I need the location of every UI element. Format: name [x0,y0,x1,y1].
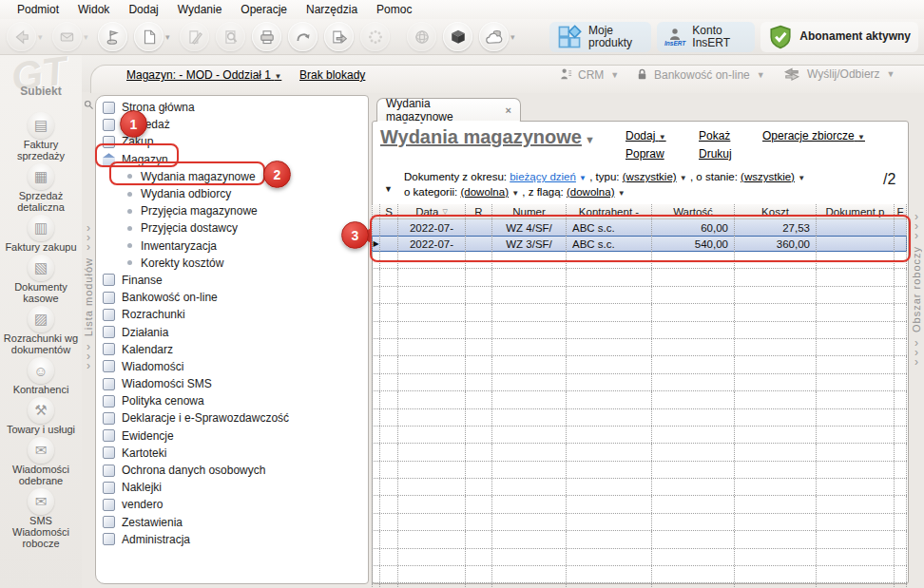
menu-dodaj[interactable]: Dodaj [119,1,167,18]
pokaz-link[interactable]: Pokaż [699,129,730,142]
empty-cell [735,531,817,547]
tab-wydania-magazynowe[interactable]: Wydania magazynowe × [376,98,521,122]
tree-item-kartoteki[interactable]: Kartoteki [96,445,368,462]
tab-close-icon[interactable]: × [506,104,511,116]
sidebar-item-towary-i-usługi[interactable]: ⚒Towary i usługi [1,397,82,435]
menu-pomoc[interactable]: Pomoc [367,1,421,18]
tree-item-kalendarz[interactable]: Kalendarz [96,341,368,358]
moje-produkty-button[interactable]: Moje produkty [549,22,651,52]
tree-item-korekty-kosztów[interactable]: Korekty kosztów [96,255,368,272]
operacje-zbiorcze-link[interactable]: Operacje zbiorcze ▼ [762,129,865,142]
popraw-link[interactable]: Popraw [626,147,664,161]
new-document-button[interactable] [134,22,164,51]
tree-item-wydania-magazynowe[interactable]: Wydania magazynowe [96,168,368,185]
table-row[interactable]: ▶2022-07-WZ 3/SF/ABC s.c.540,00360,00 [372,236,907,252]
tree-item-strona-główna[interactable]: Strona główna [96,99,368,116]
filter-typ-value[interactable]: (wszystkie) [623,171,677,182]
tree-item-magazyn[interactable]: Magazyn [96,151,368,168]
empty-cell [895,496,907,512]
forward-document-button[interactable] [324,22,354,51]
print-button[interactable] [252,22,281,51]
tree-item-wiadomości[interactable]: Wiadomości [96,358,368,375]
filter-kategoria-value[interactable]: (dowolna) [460,186,509,198]
drukuj-link[interactable]: Drukuj [699,147,732,161]
column-header-wartość[interactable]: Wartość [652,204,735,218]
empty-cell [735,304,817,320]
chevron-icon[interactable]: › [914,357,918,367]
sidebar-item-faktury-sprzedaży[interactable]: ▤Faktury sprzedaży [1,112,82,161]
filter-stan-value[interactable]: (wszystkie) [741,171,795,182]
tree-item-przyjęcia-dostawcy[interactable]: Przyjęcia dostawcy [96,219,368,237]
sidebar-item-kontrahenci[interactable]: ☺Kontrahenci [1,357,82,395]
pin-icon[interactable] [83,99,95,111]
abonament-status[interactable]: Abonament aktywny [760,22,918,52]
tree-item-wydania-odbiorcy[interactable]: Wydania odbiorcy [96,185,368,202]
empty-grid-row [372,339,907,356]
tree-item-label: Magazyn [122,153,168,166]
tree-item-zakup[interactable]: Zakup [96,133,368,150]
column-header-r[interactable]: R [466,204,492,218]
tree-item-deklaracje-i-e-sprawozdawczość[interactable]: Deklaracje i e-Sprawozdawczość [96,409,368,427]
menu-widok[interactable]: Widok [68,1,119,18]
cube-button[interactable] [443,22,472,51]
undo-arrow-button[interactable] [288,22,318,51]
column-header-marker[interactable] [372,204,380,218]
dodaj-link[interactable]: Dodaj ▼ [626,129,666,142]
flag-button[interactable] [98,22,127,51]
tree-item-bankowość-on-line[interactable]: Bankowość on-line [96,289,368,306]
tree-item-sprzedaż[interactable]: Sprzedaż [96,116,368,133]
empty-cell [492,566,567,582]
tree-item-rozrachunki[interactable]: Rozrachunki [96,306,368,323]
sidebar-item-wiadomości-odebrane[interactable]: ✉Wiadomości odebrane [1,437,82,486]
menu-podmiot[interactable]: Podmiot [8,1,68,18]
column-header-koszt[interactable]: Koszt [735,204,817,218]
empty-grid-row [372,427,907,444]
tree-item-inwentaryzacja[interactable]: Inwentaryzacja [96,237,368,255]
grid-filter-icon[interactable]: ▼ [384,184,393,194]
sidebar-item-faktury-zakupu[interactable]: ▥Faktury zakupu [1,215,82,253]
chevron-icon[interactable]: › [87,242,90,252]
column-header-dokument-p[interactable]: Dokument p [817,204,895,218]
tree-item-wiadomości-sms[interactable]: Wiadomości SMS [96,375,368,392]
menu-wydanie[interactable]: Wydanie [168,1,232,18]
filter-line-2: o kategorii: (dowolna) ▼ , z flagą: (dow… [404,186,626,198]
column-header-s[interactable]: S [380,204,398,218]
sidebar-item-sprzedaż-detaliczna[interactable]: ▦Sprzedaż detaliczna [1,163,82,213]
table-row[interactable]: 2022-07-WZ 4/SF/ABC s.c.60,0027,53 [372,219,907,236]
column-header-data[interactable]: Data▽ [398,204,466,218]
chevron-icon[interactable]: › [914,231,918,240]
menu-operacje[interactable]: Operacje [231,1,297,18]
page-title[interactable]: Wydania magazynowe▼ [380,126,595,148]
chevron-down-icon[interactable]: ▾ [165,32,173,42]
konto-insert-button[interactable]: InsERT Konto InsERT [657,22,755,52]
column-header-f[interactable]: F [895,204,907,218]
tree-item-polityka-cenowa[interactable]: Polityka cenowa [96,392,368,409]
empty-cell [652,304,735,320]
cloud-database-button[interactable] [479,22,509,51]
tree-item-ochrona-danych-osobowych[interactable]: Ochrona danych osobowych [96,462,368,479]
chevron-down-icon[interactable]: ▾ [510,32,518,42]
empty-cell [817,462,895,478]
tree-item-vendero[interactable]: vendero [96,496,368,513]
filter-okres-value[interactable]: bieżący dzień [510,171,576,182]
sidebar-item-sms-wiadomości-robocze[interactable]: ✉SMS Wiadomości robocze [1,488,82,549]
sidebar-item-dokumenty-kasowe[interactable]: ▧Dokumenty kasowe [1,255,82,304]
tree-item-administracja[interactable]: Administracja [96,531,368,548]
tree-item-ewidencje[interactable]: Ewidencje [96,427,368,445]
tree-item-przyjęcia-magazynowe[interactable]: Przyjęcia magazynowe [96,202,368,219]
tree-item-naklejki[interactable]: Naklejki [96,479,368,496]
filter-flaga-value[interactable]: (dowolna) [567,186,615,198]
sidebar-item-rozrachunki-wg-dokumentów[interactable]: ▨Rozrachunki wg dokumentów [1,306,82,355]
magazyn-selector-link[interactable]: Magazyn: - MOD - Oddział 1 ▼ [126,68,281,82]
tree-item-działania[interactable]: Działania [96,323,368,340]
tree-item-finanse[interactable]: Finanse [96,272,368,289]
menu-narzędzia[interactable]: Narzędzia [297,1,367,18]
tree-item-zestawienia[interactable]: Zestawienia [96,514,368,531]
empty-cell [466,583,492,588]
column-header-numer[interactable]: Numer [492,204,567,218]
chevron-icon[interactable]: › [87,361,90,370]
empty-cell [380,496,398,512]
column-header-kontrahent[interactable]: Kontrahent - [567,204,652,218]
brak-blokady-link[interactable]: Brak blokady [299,68,365,82]
bullet-icon [127,226,132,231]
